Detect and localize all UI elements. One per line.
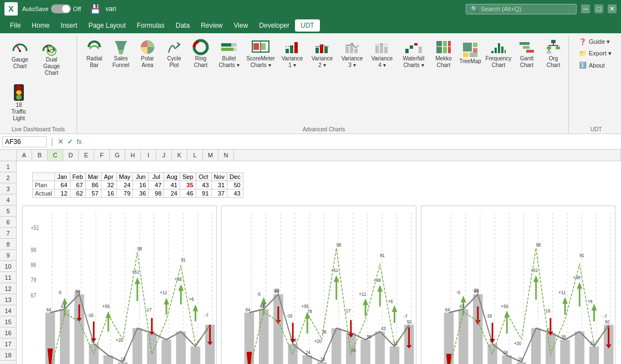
formula-input[interactable] [88, 138, 619, 146]
minimize-button[interactable]: ─ [581, 4, 590, 13]
bullet-charts-label: BulletCharts ▾ [218, 55, 239, 69]
close-button[interactable]: ✕ [608, 4, 617, 13]
plan-jan: 64 [54, 181, 70, 189]
actual-jul: 98 [149, 189, 164, 198]
menu-page-layout[interactable]: Page Layout [83, 19, 131, 32]
gauge-chart-label: GaugeChart [12, 57, 28, 70]
mekko-button[interactable]: MekkoChart [431, 37, 456, 71]
svg-rect-243 [459, 309, 468, 364]
menu-file[interactable]: File [4, 19, 26, 32]
confirm-formula-icon[interactable]: ✓ [67, 137, 73, 146]
export-button[interactable]: 📁 Export ▾ [576, 48, 617, 59]
row-header-2: 2 [0, 172, 16, 183]
svg-rect-163 [375, 331, 385, 364]
svg-text:+48: +48 [374, 277, 381, 283]
col-header-b: B [32, 150, 48, 161]
svg-rect-34 [443, 41, 447, 53]
svg-text:98: 98 [31, 247, 37, 253]
variance1-button[interactable]: Variance1 ▾ [278, 37, 307, 71]
variance2-icon [314, 39, 330, 55]
search-box[interactable]: 🔍 Search (Alt+Q) [466, 4, 577, 14]
svg-marker-101 [105, 311, 111, 318]
cells-area[interactable]: Jan Feb Mar Apr May Jun Jul Aug Sep Oct … [17, 161, 621, 364]
insert-function-icon[interactable]: fx [77, 138, 82, 146]
ribbon: GaugeChart Dual GaugeChart [0, 33, 621, 134]
menu-insert[interactable]: Insert [55, 19, 83, 32]
gantt-button[interactable]: GanttChart [514, 37, 539, 71]
org-chart-button[interactable]: OrgChart [541, 37, 566, 71]
svg-text:16: 16 [292, 337, 297, 343]
save-icon[interactable]: 💾 [90, 4, 101, 14]
col-apr: Apr [101, 173, 116, 181]
ring-chart-button[interactable]: RingChart [188, 37, 213, 71]
row-header-13: 13 [0, 294, 16, 305]
mekko-icon [435, 39, 452, 55]
svg-text:+55: +55 [103, 303, 110, 309]
variance2-button[interactable]: Variance2 ▾ [308, 37, 337, 71]
guide-button[interactable]: ❓ Guide ▾ [576, 37, 617, 47]
svg-text:98: 98 [337, 242, 342, 248]
grid-area: 1 2 3 4 5 6 7 8 9 10 11 12 13 14 15 16 1… [0, 161, 621, 364]
cancel-formula-icon[interactable]: ✕ [58, 137, 64, 146]
svg-marker-187 [392, 305, 398, 312]
scoremeter-label: ScoreMeterCharts ▾ [246, 55, 275, 69]
svg-marker-269 [533, 275, 538, 282]
svg-text:67: 67 [31, 292, 37, 299]
svg-text:67: 67 [460, 303, 465, 309]
svg-marker-105 [164, 298, 169, 304]
plan-nov: 31 [211, 181, 227, 189]
autosave-toggle[interactable] [51, 4, 71, 13]
svg-marker-265 [460, 296, 466, 303]
traffic-light-button[interactable]: 18 TrafficLight [7, 82, 31, 124]
svg-rect-27 [380, 43, 383, 53]
frequency-icon [490, 39, 507, 55]
live-dashboard-label: Live Dashboard Tools [12, 126, 65, 132]
menu-data[interactable]: Data [170, 19, 195, 32]
row-header-19: 19 [0, 361, 16, 364]
cell-reference-input[interactable] [2, 136, 47, 147]
svg-rect-28 [384, 47, 388, 53]
variance4-button[interactable]: Variance4 ▾ [368, 37, 396, 71]
treemap-label: TreeMap [459, 58, 481, 65]
menu-home[interactable]: Home [26, 19, 55, 32]
radial-bar-button[interactable]: RadialBar [82, 37, 107, 71]
menu-view[interactable]: View [228, 19, 254, 32]
menu-developer[interactable]: Developer [253, 19, 295, 32]
col-header-c: C [48, 150, 63, 161]
sales-funnel-button[interactable]: SalesFunnel [108, 37, 134, 71]
svg-marker-183 [363, 298, 369, 305]
col-jul: Jul [149, 173, 164, 181]
variance3-button[interactable]: Variance3 ▾ [338, 37, 367, 71]
svg-text:24: 24 [306, 349, 311, 355]
variance4-label: Variance4 ▾ [371, 55, 393, 69]
plan-oct: 43 [196, 181, 211, 189]
col-header-h: H [125, 150, 141, 161]
menu-review[interactable]: Review [195, 19, 228, 32]
advanced-charts-label: Advanced Charts [303, 126, 345, 132]
svg-marker-185 [378, 285, 383, 291]
polar-area-icon [139, 39, 156, 55]
waterfall-label: WaterfallCharts ▾ [403, 55, 424, 69]
gauge-chart-button[interactable]: GaugeChart [7, 37, 33, 72]
org-chart-label: OrgChart [547, 55, 560, 69]
cycle-plot-button[interactable]: CyclePlot [161, 37, 187, 71]
menu-udt[interactable]: UDT [295, 19, 320, 32]
scoremeter-button[interactable]: ScoreMeterCharts ▾ [245, 37, 277, 71]
svg-rect-252 [589, 346, 598, 364]
dual-gauge-chart-button[interactable]: Dual GaugeChart [37, 37, 67, 79]
radial-bar-icon [86, 39, 103, 55]
treemap-button[interactable]: TreeMap [457, 37, 483, 70]
waterfall-charts-button[interactable]: WaterfallCharts ▾ [398, 37, 430, 71]
variance1-icon [284, 39, 301, 55]
variance3-icon [344, 39, 360, 55]
polar-area-button[interactable]: PolarArea [135, 37, 160, 71]
about-button[interactable]: ℹ️ About [576, 60, 617, 70]
svg-text:+51: +51 [132, 269, 139, 275]
menu-formulas[interactable]: Formulas [131, 19, 170, 32]
plan-feb: 67 [70, 181, 85, 189]
svg-rect-46 [505, 50, 506, 53]
maximize-button[interactable]: □ [594, 4, 603, 13]
frequency-button[interactable]: FrequencyChart [484, 37, 513, 71]
plan-sep: 35 [180, 181, 196, 189]
bullet-charts-button[interactable]: BulletCharts ▾ [215, 37, 243, 71]
